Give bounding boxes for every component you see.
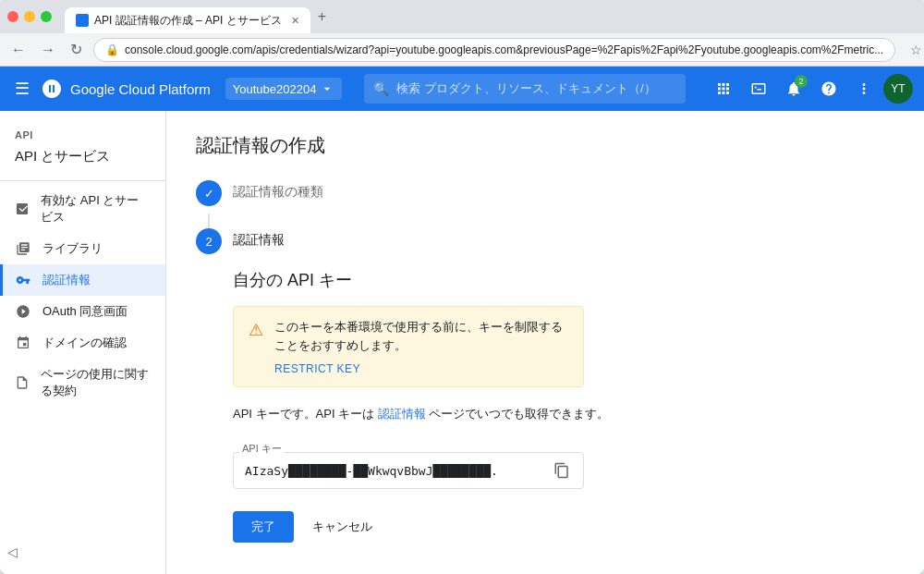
step-2-label: 認証情報 <box>233 228 285 249</box>
sidebar-item-enabled-apis[interactable]: 有効な API とサービス <box>0 185 165 233</box>
minimize-dot[interactable] <box>24 11 35 22</box>
info-text-before: API キーです。API キーは <box>233 407 374 421</box>
step-1-indicator: ✓ <box>196 180 222 206</box>
api-key-value: AIzaSy████████-██WkwqvBbwJ████████. <box>245 464 552 478</box>
tab-close-button[interactable]: ✕ <box>291 15 299 27</box>
sidebar-item-page-usage[interactable]: ページの使用に関する契約 <box>0 359 165 407</box>
api-key-title: 自分の API キー <box>233 269 894 291</box>
user-avatar-button[interactable]: YT <box>883 74 913 104</box>
step-1-label: 認証情報の種類 <box>233 180 323 201</box>
step-2-indicator: 2 <box>196 228 222 254</box>
help-icon <box>821 80 837 97</box>
copy-api-key-button[interactable] <box>552 460 572 481</box>
topbar-search[interactable]: 🔍 検索 プロダクト、リソース、ドキュメント（/） <box>364 74 686 104</box>
info-text-after: ページでいつでも取得できます。 <box>429 407 609 421</box>
sidebar: API API とサービス 有効な API とサービス ライブラリ <box>0 111 166 574</box>
gcp-logo-text: Google Cloud Platform <box>70 81 211 97</box>
sidebar-collapse-button[interactable]: ◁ <box>7 544 18 559</box>
sidebar-item-credentials[interactable]: 認証情報 <box>0 264 165 296</box>
sidebar-divider <box>0 180 165 181</box>
sidebar-item-oauth[interactable]: OAuth 同意画面 <box>0 296 165 327</box>
lock-icon: 🔒 <box>105 43 119 56</box>
sidebar-item-library[interactable]: ライブラリ <box>0 233 165 264</box>
bookmark-button[interactable]: ☆ <box>903 37 924 63</box>
api-key-input-group: API キー AIzaSy████████-██WkwqvBbwJ███████… <box>233 434 894 489</box>
hamburger-menu-button[interactable]: ☰ <box>11 75 33 103</box>
credentials-page-link[interactable]: 認証情報 <box>378 407 426 421</box>
library-icon <box>15 240 31 257</box>
sidebar-label-library: ライブラリ <box>43 240 103 257</box>
warning-icon: ⚠ <box>249 320 263 375</box>
back-button[interactable]: ← <box>7 37 30 63</box>
warning-box: ⚠ このキーを本番環境で使用する前に、キーを制限することをおすすめします。 RE… <box>233 306 584 387</box>
more-options-button[interactable] <box>848 73 880 104</box>
active-tab[interactable]: API 認証情報の作成 – API とサービス ✕ <box>65 7 310 33</box>
main-area: API API とサービス 有効な API とサービス ライブラリ <box>0 111 924 574</box>
oauth-icon <box>15 303 31 320</box>
search-icon: 🔍 <box>373 81 389 96</box>
content-area: 認証情報の作成 ✓ 認証情報の種類 2 認証情報 自分の API キー <box>166 111 924 574</box>
forward-button[interactable]: → <box>37 37 59 63</box>
browser-frame: API 認証情報の作成 – API とサービス ✕ + ← → ↻ 🔒 cons… <box>0 0 924 574</box>
project-selector[interactable]: Youtube202204 <box>225 78 343 100</box>
gcp-logo: Google Cloud Platform <box>41 78 211 100</box>
sidebar-label-enabled-apis: 有効な API とサービス <box>41 192 151 226</box>
help-button[interactable] <box>813 73 845 104</box>
page-usage-icon <box>15 374 30 391</box>
sidebar-label-page-usage: ページの使用に関する契約 <box>41 366 151 399</box>
step-2: 2 認証情報 <box>196 228 894 254</box>
sidebar-label-credentials: 認証情報 <box>43 272 91 288</box>
tab-title: API 認証情報の作成 – API とサービス <box>94 13 282 29</box>
cloud-shell-button[interactable] <box>743 73 774 104</box>
address-actions: ☆ 🧩 👤 ⋮ <box>903 37 924 63</box>
close-dot[interactable] <box>7 11 18 22</box>
browser-title-bar: API 認証情報の作成 – API とサービス ✕ + <box>0 0 924 33</box>
tab-favicon <box>76 14 89 27</box>
sidebar-item-domain[interactable]: ドメインの確認 <box>0 327 165 359</box>
api-key-input-wrapper: AIzaSy████████-██WkwqvBbwJ████████. <box>233 452 584 489</box>
restrict-key-link[interactable]: RESTRICT KEY <box>274 362 360 375</box>
address-bar: ← → ↻ 🔒 console.cloud.google.com/apis/cr… <box>0 33 924 67</box>
enabled-apis-icon <box>15 201 30 217</box>
address-text: console.cloud.google.com/apis/credential… <box>125 43 883 56</box>
sidebar-label-oauth: OAuth 同意画面 <box>43 303 128 320</box>
reload-button[interactable]: ↻ <box>67 37 86 63</box>
apps-button[interactable] <box>708 73 739 104</box>
notifications-button[interactable]: 2 <box>778 73 809 104</box>
gcp-topbar: ☰ Google Cloud Platform Youtube202204 🔍 … <box>0 67 924 111</box>
more-icon <box>856 80 872 97</box>
sidebar-api-label: API <box>15 129 33 140</box>
cloud-shell-icon <box>750 80 767 97</box>
sidebar-section-title: API とサービス <box>0 144 165 177</box>
domain-icon <box>15 335 31 351</box>
maximize-dot[interactable] <box>41 11 52 22</box>
project-name: Youtube202204 <box>233 82 317 96</box>
apps-icon <box>715 80 732 97</box>
sidebar-label-domain: ドメインの確認 <box>43 335 127 351</box>
topbar-icons: 2 YT <box>708 73 913 104</box>
step-connector <box>208 214 210 228</box>
api-key-section: 自分の API キー ⚠ このキーを本番環境で使用する前に、キーを制限することを… <box>233 269 894 543</box>
credentials-icon <box>15 272 31 288</box>
copy-icon <box>553 462 570 479</box>
api-key-field-label: API キー <box>240 442 284 456</box>
page-title: 認証情報の作成 <box>196 133 894 158</box>
api-key-info-text: API キーです。API キーは 認証情報 ページでいつでも取得できます。 <box>233 406 894 422</box>
action-buttons: 完了 キャンセル <box>233 511 894 543</box>
project-dropdown-icon <box>320 81 334 96</box>
search-placeholder-text: 検索 プロダクト、リソース、ドキュメント（/） <box>396 80 676 97</box>
cancel-button[interactable]: キャンセル <box>309 511 376 543</box>
notification-badge: 2 <box>795 75 808 88</box>
browser-dots <box>7 11 52 22</box>
sidebar-section-header: API <box>0 118 165 144</box>
new-tab-button[interactable]: + <box>310 5 334 29</box>
stepper: ✓ 認証情報の種類 2 認証情報 <box>196 180 894 262</box>
address-input[interactable]: 🔒 console.cloud.google.com/apis/credenti… <box>93 38 895 62</box>
warning-text: このキーを本番環境で使用する前に、キーを制限することをおすすめします。 <box>274 318 568 354</box>
tab-bar: API 認証情報の作成 – API とサービス ✕ + <box>65 0 334 33</box>
done-button[interactable]: 完了 <box>233 511 294 543</box>
step-1: ✓ 認証情報の種類 <box>196 180 894 206</box>
gcp-logo-icon <box>41 78 63 100</box>
warning-content: このキーを本番環境で使用する前に、キーを制限することをおすすめします。 REST… <box>274 318 568 375</box>
